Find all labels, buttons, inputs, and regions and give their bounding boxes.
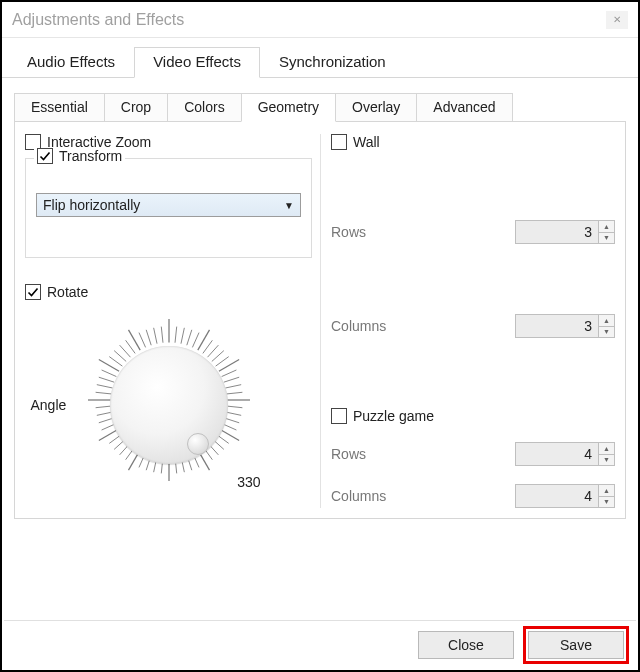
- transform-mode-select[interactable]: Flip horizontally ▼: [36, 193, 301, 217]
- rotate-dial[interactable]: Angle 330: [79, 310, 259, 500]
- svg-line-16: [226, 406, 242, 408]
- dial-knob: [110, 346, 228, 464]
- close-button[interactable]: Close: [418, 631, 514, 659]
- title-bar: Adjustments and Effects ✕: [2, 2, 638, 38]
- wall-rows-row: Rows 3 ▲ ▼: [331, 220, 615, 244]
- svg-line-11: [221, 370, 236, 377]
- tab-synchronization[interactable]: Synchronization: [260, 47, 405, 77]
- svg-line-46: [95, 392, 111, 394]
- spinner-down-icon[interactable]: ▼: [599, 497, 614, 508]
- svg-line-58: [153, 328, 156, 344]
- tab-video-effects[interactable]: Video Effects: [134, 47, 260, 78]
- checkmark-icon: [39, 150, 51, 162]
- wall-cols-row: Columns 3 ▲ ▼: [331, 314, 615, 338]
- sub-tab-row: Essential Crop Colors Geometry Overlay A…: [14, 88, 626, 122]
- checkbox-icon: [25, 284, 41, 300]
- svg-line-14: [226, 392, 242, 394]
- wall-rows-label: Rows: [331, 224, 366, 240]
- svg-line-49: [101, 370, 116, 377]
- tab-colors[interactable]: Colors: [167, 93, 241, 121]
- spinner-buttons: ▲ ▼: [598, 315, 614, 337]
- tab-audio-effects[interactable]: Audio Effects: [8, 47, 134, 77]
- window-title: Adjustments and Effects: [12, 2, 184, 38]
- puzzle-cols-label: Columns: [331, 488, 386, 504]
- dial-thumb: [187, 433, 209, 455]
- spinner-buttons: ▲ ▼: [598, 221, 614, 243]
- svg-line-48: [98, 377, 113, 382]
- close-icon: ✕: [613, 2, 621, 38]
- transform-checkbox[interactable]: Transform: [37, 148, 122, 164]
- spinner-up-icon[interactable]: ▲: [599, 221, 614, 233]
- svg-line-3: [186, 330, 191, 345]
- spinner-up-icon[interactable]: ▲: [599, 443, 614, 455]
- tab-essential[interactable]: Essential: [14, 93, 105, 121]
- svg-line-53: [119, 345, 130, 357]
- spinner-down-icon[interactable]: ▼: [599, 233, 614, 244]
- svg-line-12: [223, 377, 238, 382]
- spinner-buttons: ▲ ▼: [598, 485, 614, 507]
- wall-rows-spinner[interactable]: 3 ▲ ▼: [515, 220, 615, 244]
- geometry-panel: Interactive Zoom Transform Flip horizont…: [14, 122, 626, 519]
- rotate-checkbox[interactable]: Rotate: [25, 284, 88, 300]
- geometry-left-column: Interactive Zoom Transform Flip horizont…: [25, 134, 320, 508]
- main-tab-row: Audio Effects Video Effects Synchronizat…: [2, 38, 638, 78]
- svg-line-54: [125, 340, 135, 353]
- svg-line-56: [138, 333, 145, 348]
- puzzle-label: Puzzle game: [353, 408, 434, 424]
- tab-advanced[interactable]: Advanced: [416, 93, 512, 121]
- wall-label: Wall: [353, 134, 380, 150]
- svg-line-4: [192, 333, 199, 348]
- dialog-footer: Close Save: [4, 620, 636, 668]
- save-button[interactable]: Save: [528, 631, 624, 659]
- transform-group: Transform Flip horizontally ▼: [25, 158, 312, 258]
- checkbox-icon: [331, 408, 347, 424]
- svg-line-59: [161, 327, 163, 343]
- puzzle-cols-value: 4: [516, 485, 598, 507]
- puzzle-cols-row: Columns 4 ▲ ▼: [331, 484, 615, 508]
- transform-mode-value: Flip horizontally: [43, 197, 140, 213]
- window-close-button[interactable]: ✕: [606, 11, 628, 29]
- wall-checkbox[interactable]: Wall: [331, 134, 615, 150]
- wall-cols-value: 3: [516, 315, 598, 337]
- content-area: Essential Crop Colors Geometry Overlay A…: [2, 78, 638, 519]
- svg-line-52: [114, 351, 126, 362]
- svg-line-44: [95, 406, 111, 408]
- checkbox-icon: [37, 148, 53, 164]
- tab-geometry[interactable]: Geometry: [241, 93, 336, 122]
- puzzle-rows-label: Rows: [331, 446, 366, 462]
- puzzle-rows-spinner[interactable]: 4 ▲ ▼: [515, 442, 615, 466]
- svg-line-6: [202, 340, 212, 353]
- chevron-down-icon: ▼: [284, 200, 294, 211]
- wall-cols-label: Columns: [331, 318, 386, 334]
- puzzle-checkbox[interactable]: Puzzle game: [331, 408, 615, 424]
- svg-line-57: [146, 330, 151, 345]
- checkmark-icon: [27, 286, 39, 298]
- svg-line-51: [109, 357, 122, 367]
- svg-line-8: [211, 351, 223, 362]
- spinner-up-icon[interactable]: ▲: [599, 315, 614, 327]
- checkbox-icon: [331, 134, 347, 150]
- puzzle-rows-row: Rows 4 ▲ ▼: [331, 442, 615, 466]
- wall-cols-spinner[interactable]: 3 ▲ ▼: [515, 314, 615, 338]
- svg-line-1: [175, 327, 177, 343]
- spinner-down-icon[interactable]: ▼: [599, 327, 614, 338]
- wall-rows-value: 3: [516, 221, 598, 243]
- svg-line-9: [215, 357, 228, 367]
- spinner-down-icon[interactable]: ▼: [599, 455, 614, 466]
- angle-label: Angle: [31, 397, 67, 413]
- transform-label: Transform: [59, 148, 122, 164]
- rotate-label: Rotate: [47, 284, 88, 300]
- puzzle-rows-value: 4: [516, 443, 598, 465]
- puzzle-cols-spinner[interactable]: 4 ▲ ▼: [515, 484, 615, 508]
- angle-value: 330: [237, 474, 260, 490]
- tab-crop[interactable]: Crop: [104, 93, 168, 121]
- svg-line-47: [96, 385, 112, 388]
- svg-line-7: [207, 345, 218, 357]
- spinner-buttons: ▲ ▼: [598, 443, 614, 465]
- tab-overlay[interactable]: Overlay: [335, 93, 417, 121]
- svg-line-13: [225, 385, 241, 388]
- svg-line-2: [180, 328, 183, 344]
- spinner-up-icon[interactable]: ▲: [599, 485, 614, 497]
- geometry-right-column: Wall Rows 3 ▲ ▼ Columns 3: [320, 134, 615, 508]
